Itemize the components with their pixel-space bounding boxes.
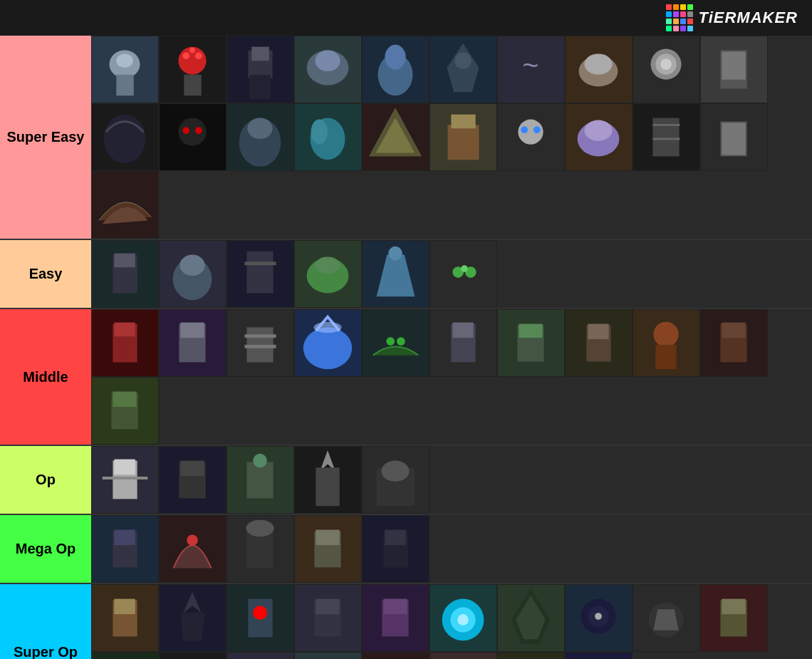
tier-label-super-easy: Super Easy (0, 36, 91, 239)
list-item (633, 309, 700, 377)
svg-point-19 (385, 45, 405, 70)
list-item (227, 240, 294, 308)
svg-point-109 (653, 322, 678, 347)
list-item (565, 309, 633, 377)
logo-grid (666, 4, 693, 31)
tier-label-easy: Easy (0, 240, 91, 308)
list-item (159, 584, 227, 652)
list-item (159, 36, 227, 103)
svg-rect-13 (249, 75, 270, 99)
svg-rect-58 (652, 118, 679, 157)
list-item (91, 171, 159, 239)
svg-rect-67 (114, 254, 135, 268)
list-item (430, 652, 497, 659)
list-item (294, 309, 362, 377)
list-item (497, 309, 565, 377)
svg-rect-158 (383, 599, 407, 615)
list-item (700, 584, 768, 652)
list-item (430, 584, 497, 652)
tier-row-easy: Easy (0, 240, 812, 309)
svg-rect-49 (451, 115, 475, 129)
svg-point-38 (182, 127, 189, 134)
header: TiERMAKER (0, 0, 812, 36)
tier-content-super-op (91, 584, 812, 659)
svg-point-30 (660, 58, 672, 70)
list-item (159, 515, 227, 583)
list-item (430, 240, 497, 308)
list-item (430, 36, 497, 103)
svg-rect-88 (180, 323, 204, 338)
svg-rect-116 (113, 392, 136, 408)
list-item (362, 103, 430, 171)
svg-point-2 (116, 53, 132, 68)
svg-point-167 (595, 613, 602, 620)
list-item (91, 377, 159, 445)
svg-rect-183 (363, 653, 429, 659)
svg-rect-113 (722, 323, 745, 338)
list-item (159, 309, 227, 377)
svg-rect-104 (519, 324, 542, 338)
list-item (565, 36, 633, 103)
svg-point-98 (397, 337, 405, 346)
svg-point-162 (457, 614, 469, 626)
list-item (362, 240, 430, 308)
list-item (700, 309, 768, 377)
list-item (294, 584, 362, 652)
list-item (91, 309, 159, 377)
svg-rect-180 (295, 653, 361, 659)
svg-rect-73 (244, 261, 276, 265)
list-item (227, 446, 294, 514)
svg-point-21 (454, 53, 471, 69)
svg-rect-142 (316, 530, 339, 546)
svg-rect-123 (180, 461, 204, 477)
svg-rect-176 (160, 653, 226, 659)
svg-point-70 (179, 255, 204, 276)
svg-point-42 (247, 118, 272, 139)
list-item (159, 103, 227, 171)
svg-rect-119 (114, 460, 135, 475)
list-item (362, 36, 430, 103)
list-item (497, 584, 565, 652)
list-item (362, 652, 430, 659)
svg-point-152 (253, 606, 267, 620)
svg-rect-155 (316, 599, 339, 615)
list-item (227, 36, 294, 103)
svg-rect-186 (430, 653, 496, 659)
svg-point-16 (315, 51, 340, 71)
logo-title: TiERMAKER (699, 9, 798, 27)
tier-label-op: Op (0, 446, 91, 514)
list-item (294, 515, 362, 583)
svg-rect-134 (114, 530, 135, 546)
svg-rect-128 (316, 467, 339, 506)
svg-point-39 (195, 127, 202, 134)
list-item (227, 652, 294, 659)
list-item (633, 103, 700, 171)
list-item (91, 584, 159, 652)
list-item (91, 36, 159, 103)
svg-rect-189 (498, 653, 564, 659)
tier-content-middle (91, 309, 812, 445)
list-item (91, 652, 159, 659)
tier-label-middle: Middle (0, 309, 91, 445)
svg-rect-148 (114, 599, 135, 615)
tier-row-op: Op (0, 446, 812, 515)
list-item (294, 36, 362, 103)
list-item (159, 652, 227, 659)
list-item (700, 36, 768, 103)
list-item (227, 309, 294, 377)
list-item (565, 584, 633, 652)
list-item (91, 103, 159, 171)
list-item (227, 515, 294, 583)
list-item (362, 446, 430, 514)
svg-point-139 (246, 520, 274, 536)
list-item (430, 309, 497, 377)
svg-rect-107 (588, 324, 608, 340)
svg-rect-192 (566, 653, 632, 659)
list-item (159, 446, 227, 514)
svg-point-97 (386, 337, 395, 346)
tier-content-easy (91, 240, 812, 308)
svg-rect-177 (227, 653, 293, 659)
svg-rect-110 (655, 345, 676, 369)
list-item (565, 652, 633, 659)
tier-content-op (91, 446, 812, 514)
